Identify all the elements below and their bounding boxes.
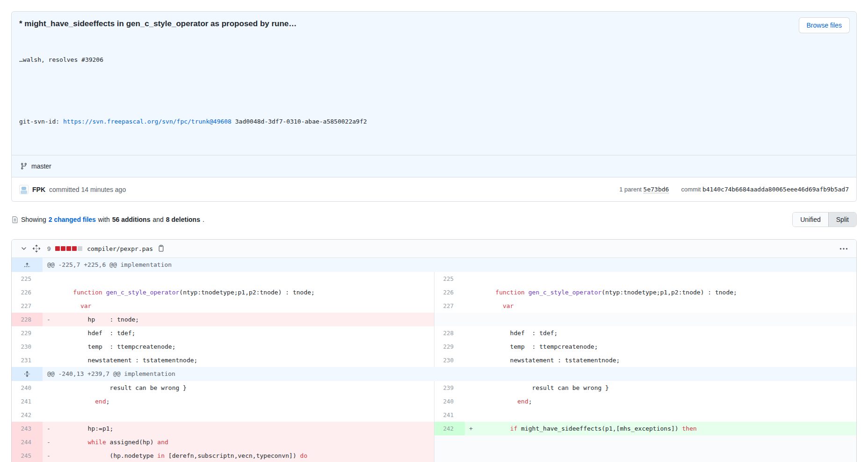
code-token: in	[157, 452, 165, 459]
diff-view-switch: Unified Split	[792, 212, 857, 227]
l-diff-marker: -	[43, 435, 54, 449]
r-line-number: 227	[434, 299, 465, 313]
l-diff-marker	[43, 286, 54, 299]
diffstat-block-red	[66, 246, 71, 251]
r-diff-marker	[465, 449, 476, 462]
split-view-button[interactable]: Split	[828, 213, 856, 227]
code-token	[481, 289, 495, 296]
committer-name[interactable]: FPK	[32, 186, 45, 193]
with-text: with	[98, 216, 110, 223]
l-line-number: 245	[12, 449, 43, 462]
l-code-line	[54, 408, 434, 422]
code-token: [derefn,subscriptn,vecn,typeconvn])	[165, 452, 300, 459]
l-code-line: hp:=p1;	[54, 422, 434, 435]
r-diff-marker	[465, 326, 476, 340]
l-line-number: 242	[12, 408, 43, 422]
git-branch-icon	[20, 162, 28, 170]
r-diff-marker	[465, 381, 476, 395]
diffstat-blocks	[55, 246, 82, 251]
browse-files-button[interactable]: Browse files	[799, 17, 850, 33]
l-line-number: 243	[12, 422, 43, 435]
chevron-down-icon[interactable]	[20, 245, 28, 252]
r-diff-marker	[465, 286, 476, 299]
l-diff-marker	[43, 299, 54, 313]
copy-path-icon[interactable]	[158, 245, 165, 252]
code-token	[58, 439, 88, 446]
code-token	[481, 302, 503, 309]
code-token: (hp.nodetype	[58, 452, 157, 459]
hunk-header: @@ -240,13 +239,7 @@ implementation	[43, 367, 856, 381]
r-line-number: 241	[434, 408, 465, 422]
r-code-line: var	[476, 299, 856, 313]
commit-shas: 1 parent 5e73bd6 commit b4140c74b6684aad…	[619, 186, 849, 193]
code-token	[58, 398, 95, 405]
unified-view-button[interactable]: Unified	[793, 213, 828, 227]
code-token: function	[495, 289, 525, 296]
gitsvn-prefix: git-svn-id:	[19, 118, 63, 125]
grabber-move-icon[interactable]	[32, 244, 41, 253]
r-diff-marker	[465, 272, 476, 286]
file-name-link[interactable]: compiler/pexpr.pas	[87, 245, 153, 252]
code-token: hp:=p1;	[58, 425, 113, 432]
kebab-menu-icon[interactable]	[839, 248, 848, 250]
l-diff-marker	[43, 340, 54, 353]
l-diff-marker: -	[43, 422, 54, 435]
code-token: assigned(hp)	[106, 439, 158, 446]
avatar[interactable]	[19, 185, 29, 194]
code-token: then	[682, 425, 696, 432]
r-code-line: if might_have_sideeffects(p1,[mhs_except…	[476, 422, 856, 435]
r-line-number: 226	[434, 286, 465, 299]
l-code-line: temp : ttempcreatenode;	[54, 340, 434, 353]
r-line-number: 242	[434, 422, 465, 435]
commit-message-line1: …walsh, resolves #39206	[19, 55, 849, 65]
code-token: gen_c_style_operator	[528, 289, 602, 296]
diffstat-block-red	[72, 246, 77, 251]
r-code-line: end;	[476, 395, 856, 408]
r-diff-marker	[465, 353, 476, 367]
l-diff-marker	[43, 408, 54, 422]
gitsvn-link[interactable]: https://svn.freepascal.org/svn/fpc/trunk…	[63, 118, 231, 125]
code-token: result can be wrong }	[481, 384, 609, 391]
r-diff-marker	[465, 313, 476, 326]
code-token: and	[157, 439, 168, 446]
l-diff-marker: -	[43, 449, 54, 462]
code-token: end	[517, 398, 528, 405]
l-line-number: 230	[12, 340, 43, 353]
r-code-line	[476, 449, 856, 462]
file-header: 9 compiler/pexpr.pas	[12, 240, 856, 258]
commit-sha-info: commit b4140c74b6684aadda80065eee46d69af…	[681, 186, 849, 193]
diffstat-block-red	[55, 246, 60, 251]
branch-name[interactable]: master	[31, 162, 51, 170]
r-code-line: newstatement : tstatementnode;	[476, 353, 856, 367]
code-token: hdef : tdef;	[481, 330, 557, 337]
and-text: and	[152, 216, 163, 223]
commit-box: * might_have_sideeffects in gen_c_style_…	[11, 11, 857, 202]
r-line-number: 240	[434, 395, 465, 408]
parent-info: 1 parent 5e73bd6	[619, 186, 669, 193]
diffstat-block-red	[61, 246, 65, 251]
code-token: ;	[106, 398, 110, 405]
l-code-line	[54, 272, 434, 286]
gitsvn-suffix: 3ad0048d-3df7-0310-abae-a5850022a9f2	[231, 118, 367, 125]
expand-up-down-icon[interactable]	[12, 367, 43, 381]
r-line-number: 230	[434, 353, 465, 367]
r-code-line: result can be wrong }	[476, 381, 856, 395]
r-line-number: 225	[434, 272, 465, 286]
commit-page: * might_have_sideeffects in gen_c_style_…	[0, 0, 868, 462]
code-token: if	[510, 425, 518, 432]
l-code-line: hp : tnode;	[54, 313, 434, 326]
r-diff-marker	[465, 408, 476, 422]
r-code-line	[476, 313, 856, 326]
expand-up-icon[interactable]	[12, 258, 43, 272]
code-token	[525, 289, 528, 296]
l-line-number: 227	[12, 299, 43, 313]
l-code-line: end;	[54, 395, 434, 408]
l-diff-marker	[43, 395, 54, 408]
r-line-number	[434, 313, 465, 326]
parent-sha-link[interactable]: 5e73bd6	[644, 186, 669, 193]
l-line-number: 240	[12, 381, 43, 395]
changed-files-link[interactable]: 2 changed files	[49, 216, 96, 223]
code-token: newstatement : tstatementnode;	[58, 357, 197, 364]
l-code-line: function gen_c_style_operator(ntyp:tnode…	[54, 286, 434, 299]
code-token: might_have_sideeffects(p1,[mhs_exception…	[517, 425, 682, 432]
